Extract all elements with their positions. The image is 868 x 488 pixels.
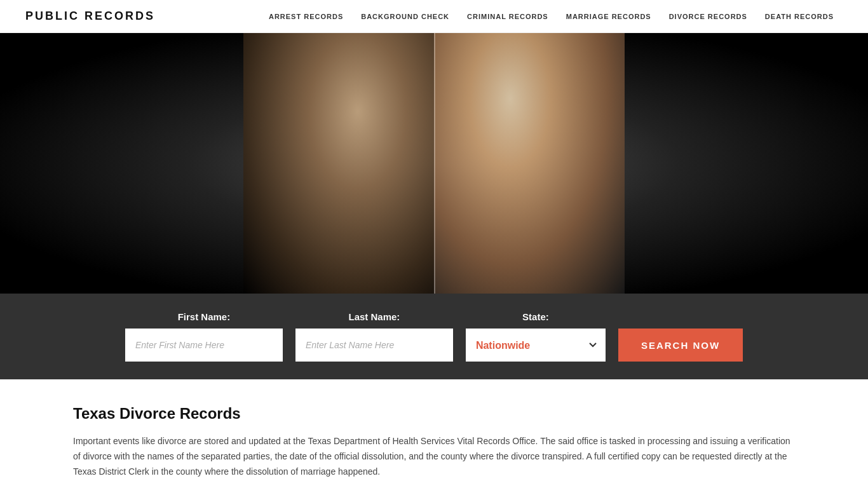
first-name-label: First Name: [125,311,283,322]
first-name-input[interactable] [125,329,283,362]
hero-section [0,33,868,294]
nav-arrest-records[interactable]: ARREST RECORDS [260,0,352,33]
last-name-label: Last Name: [295,311,453,322]
state-wrapper: Nationwide Alabama Alaska Arizona Arkans… [466,329,606,362]
hero-divider [434,33,435,294]
state-label: State: [466,311,606,322]
first-name-group: First Name: [125,311,283,362]
site-header: PUBLIC RECORDS ARREST RECORDS BACKGROUND… [0,0,868,33]
last-name-group: Last Name: [295,311,453,362]
nav-background-check[interactable]: BACKGROUND CHECK [352,0,458,33]
site-logo[interactable]: PUBLIC RECORDS [25,10,155,23]
main-content: Texas Divorce Records Important events l… [0,379,868,488]
search-now-button[interactable]: SEARCH NOW [618,329,743,362]
state-group: State: Nationwide Alabama Alaska Arizona… [466,311,606,362]
nav-divorce-records[interactable]: DIVORCE RECORDS [660,0,756,33]
state-select[interactable]: Nationwide Alabama Alaska Arizona Arkans… [466,329,606,362]
search-bar: First Name: Last Name: State: Nationwide… [0,294,868,379]
page-title: Texas Divorce Records [73,405,795,423]
paragraph-1: Important events like divorce are stored… [73,434,795,479]
person-right-figure [434,33,625,294]
hero-background [0,33,868,294]
nav-death-records[interactable]: DEATH RECORDS [756,0,843,33]
person-left-figure [243,33,434,294]
nav-criminal-records[interactable]: CRIMINAL RECORDS [458,0,557,33]
last-name-input[interactable] [295,329,453,362]
main-nav: ARREST RECORDS BACKGROUND CHECK CRIMINAL… [260,0,843,33]
nav-marriage-records[interactable]: MARRIAGE RECORDS [557,0,660,33]
